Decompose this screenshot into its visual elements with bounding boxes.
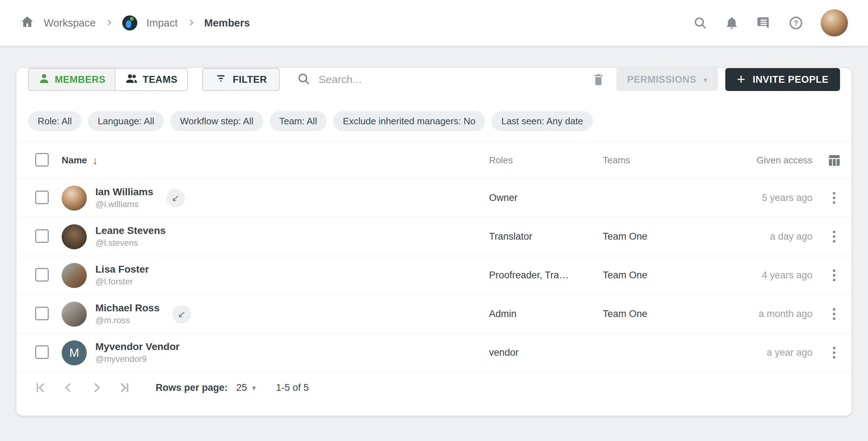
- member-roles: Proofreader, Tra…: [489, 270, 603, 281]
- member-name[interactable]: Lisa Foster: [95, 264, 149, 275]
- filter-button-label: FILTER: [233, 74, 267, 85]
- tab-teams[interactable]: TEAMS: [115, 69, 187, 90]
- tab-members-label: MEMBERS: [55, 74, 106, 85]
- table-header: Name ↓ Roles Teams Given access: [16, 142, 852, 179]
- filter-button[interactable]: FILTER: [202, 68, 280, 91]
- delete-trash-icon[interactable]: [591, 72, 606, 87]
- people-icon: [125, 72, 138, 87]
- row-menu-kebab-icon[interactable]: [829, 305, 839, 323]
- chevron-right-icon: [187, 17, 195, 29]
- table-row[interactable]: Lisa Foster @l.forster Proofreader, Tra……: [16, 256, 852, 295]
- filter-lines-icon: [215, 73, 227, 87]
- search-icon: [297, 72, 310, 87]
- chip-exclude-inherited-managers[interactable]: Exclude inherited managers: No: [333, 111, 485, 131]
- table-row[interactable]: M Myvendor Vendor @myvendor9 vendor a ye…: [16, 334, 852, 372]
- member-name[interactable]: Ian Williams: [95, 187, 153, 198]
- messages-chat-icon[interactable]: [756, 15, 771, 30]
- breadcrumb-workspace[interactable]: Workspace: [44, 17, 96, 29]
- row-menu-kebab-icon[interactable]: [829, 266, 839, 285]
- columns-settings-icon[interactable]: [827, 153, 841, 168]
- southwest-arrow-badge-icon: ↙: [166, 189, 185, 207]
- search-input[interactable]: [318, 73, 588, 86]
- breadcrumb: Workspace Impact Members: [20, 15, 250, 32]
- member-name[interactable]: Myvendor Vendor: [95, 341, 180, 353]
- pagination-range: 1-5 of 5: [276, 382, 309, 393]
- chip-role[interactable]: Role: All: [28, 111, 81, 131]
- search-icon[interactable]: [693, 16, 707, 30]
- avatar: [62, 302, 87, 327]
- member-username: @myvendor9: [95, 354, 180, 364]
- chevron-right-icon: [105, 17, 113, 29]
- row-checkbox[interactable]: [35, 268, 49, 282]
- caret-down-icon: ▾: [703, 76, 707, 83]
- row-checkbox[interactable]: [35, 229, 49, 243]
- select-all-checkbox[interactable]: [35, 153, 49, 167]
- search-box: [297, 72, 588, 87]
- member-roles: Owner: [489, 192, 603, 203]
- previous-page-button[interactable]: [61, 380, 76, 395]
- column-header-roles: Roles: [489, 155, 603, 166]
- invite-people-button[interactable]: + INVITE PEOPLE: [725, 68, 840, 91]
- member-given-access: 5 years ago: [734, 192, 817, 203]
- tab-teams-label: TEAMS: [143, 74, 177, 85]
- sort-descending-icon[interactable]: ↓: [93, 154, 98, 167]
- toolbar: MEMBERS TEAMS FILTER PERMI: [28, 68, 840, 91]
- row-checkbox[interactable]: [35, 307, 49, 320]
- member-given-access: a day ago: [734, 231, 817, 242]
- first-page-button[interactable]: [33, 380, 48, 395]
- row-menu-kebab-icon[interactable]: [829, 188, 839, 207]
- members-teams-switch: MEMBERS TEAMS: [28, 68, 188, 91]
- table-row[interactable]: Leane Stevens @l.stevens Translator Team…: [16, 217, 852, 256]
- member-username: @m.ross: [95, 315, 160, 325]
- avatar-initial: M: [69, 346, 79, 360]
- member-teams: Team One: [603, 231, 734, 242]
- next-page-button[interactable]: [89, 380, 104, 395]
- member-given-access: a month ago: [734, 308, 817, 320]
- topbar: Workspace Impact Members ?: [0, 0, 868, 46]
- permissions-button-label: PERMISSIONS: [627, 74, 696, 85]
- pagination-bar: Rows per page: 25 ▾ 1-5 of 5: [16, 372, 852, 403]
- member-roles: vendor: [489, 347, 603, 358]
- avatar: [62, 186, 87, 211]
- tab-members[interactable]: MEMBERS: [29, 69, 115, 90]
- member-username: @l.forster: [95, 277, 149, 287]
- user-avatar[interactable]: [821, 9, 848, 37]
- row-checkbox[interactable]: [35, 191, 49, 204]
- rows-per-page-select[interactable]: 25 ▾: [236, 382, 256, 393]
- column-header-name[interactable]: Name ↓: [62, 154, 98, 167]
- person-icon: [38, 72, 50, 87]
- chip-language[interactable]: Language: All: [88, 111, 164, 131]
- chip-team[interactable]: Team: All: [270, 111, 327, 131]
- last-page-button[interactable]: [117, 380, 132, 395]
- chip-last-seen[interactable]: Last seen: Any date: [492, 111, 593, 131]
- southwest-arrow-badge-icon: ↙: [172, 305, 191, 323]
- member-teams: Team One: [603, 308, 734, 320]
- member-username: @l.stevens: [95, 238, 166, 248]
- row-menu-kebab-icon[interactable]: [829, 227, 839, 246]
- svg-text:?: ?: [793, 19, 798, 28]
- member-given-access: a year ago: [734, 347, 817, 358]
- avatar: [62, 224, 87, 249]
- member-name[interactable]: Leane Stevens: [95, 225, 166, 236]
- member-name[interactable]: Michael Ross: [95, 303, 160, 314]
- member-roles: Admin: [489, 308, 603, 320]
- help-icon[interactable]: ?: [788, 15, 803, 30]
- member-teams: Team One: [603, 270, 734, 281]
- rows-per-page-value: 25: [236, 382, 247, 393]
- member-username: @i.williams: [95, 199, 153, 209]
- table-row[interactable]: Ian Williams @i.williams ↙ Owner 5 years…: [16, 179, 852, 217]
- notifications-bell-icon[interactable]: [725, 16, 739, 30]
- breadcrumb-members: Members: [204, 17, 250, 29]
- home-icon[interactable]: [20, 15, 34, 32]
- caret-down-icon: ▾: [252, 384, 256, 392]
- column-header-given-access: Given access: [734, 155, 817, 166]
- chip-workflow-step[interactable]: Workflow step: All: [170, 111, 263, 131]
- avatar: M: [62, 340, 87, 365]
- breadcrumb-project[interactable]: Impact: [147, 17, 178, 29]
- row-checkbox[interactable]: [35, 345, 49, 359]
- table-row[interactable]: Michael Ross @m.ross ↙ Admin Team One a …: [16, 295, 852, 334]
- project-avatar[interactable]: [122, 15, 137, 30]
- row-menu-kebab-icon[interactable]: [829, 343, 839, 362]
- permissions-button[interactable]: PERMISSIONS ▾: [616, 68, 718, 91]
- member-given-access: 4 years ago: [734, 270, 817, 281]
